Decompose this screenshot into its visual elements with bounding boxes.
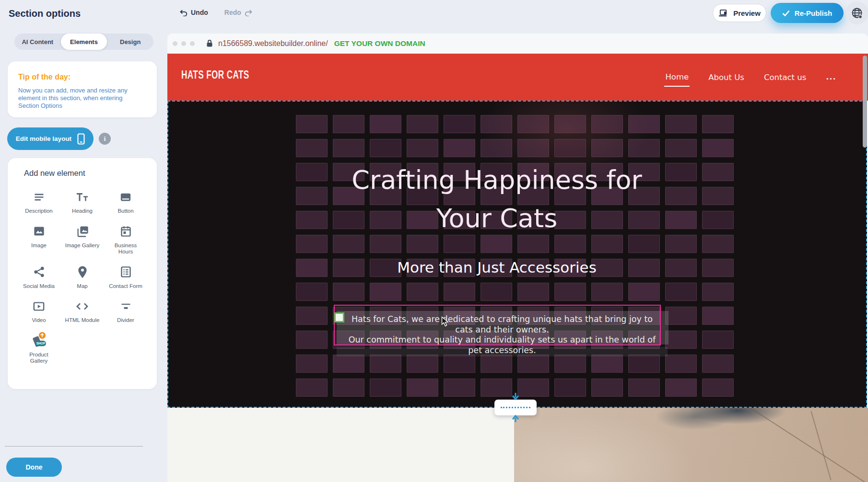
business-hours-icon: [119, 223, 132, 240]
tab-design[interactable]: Design: [107, 34, 153, 50]
redo-icon: [245, 9, 253, 16]
element-description[interactable]: Description: [17, 188, 60, 215]
hero-tile: [444, 139, 475, 157]
redo-label: Redo: [224, 9, 241, 16]
undo-button[interactable]: Undo: [179, 9, 208, 16]
next-section-blank[interactable]: [167, 408, 514, 482]
element-heading[interactable]: Heading: [61, 188, 104, 215]
hero-tile: [665, 307, 697, 325]
hero-tile: [554, 283, 586, 301]
element-divider[interactable]: Divider: [104, 298, 147, 324]
hero-tile: [444, 379, 475, 397]
hero-heading-line1: Crafting Happiness for: [327, 161, 667, 199]
hero-tile: [665, 355, 697, 373]
preview-button[interactable]: Preview: [713, 4, 766, 22]
hero-heading[interactable]: Crafting Happiness for Your Cats: [327, 161, 667, 238]
hero-subheading[interactable]: More than Just Accessories: [327, 259, 667, 276]
globe-icon: [851, 7, 863, 19]
hero-tile: [444, 355, 475, 373]
tab-ai-content[interactable]: AI Content: [14, 34, 61, 50]
element-map[interactable]: Map: [61, 264, 104, 290]
arrow-up-icon: [509, 415, 522, 422]
hero-tile: [591, 115, 623, 133]
hero-tile: [370, 139, 401, 157]
hero-tile: [665, 331, 697, 349]
hero-tile: [665, 211, 697, 229]
check-icon: [782, 10, 790, 16]
hero-tile: [370, 379, 401, 397]
hero-tile: [407, 139, 438, 157]
sidebar-divider: [5, 446, 143, 447]
hero-tile: [702, 187, 734, 205]
site-nav: Home About Us Contact us ...: [664, 54, 837, 101]
hero-section[interactable]: Crafting Happiness for Your Cats More th…: [167, 101, 867, 408]
element-button[interactable]: Button: [104, 188, 147, 215]
hero-tile: [591, 355, 623, 373]
description-icon: [33, 188, 46, 206]
svg-text:SHOP: SHOP: [36, 342, 46, 345]
hero-tile: [481, 283, 512, 301]
app-root: Section options Undo Redo Preview Re-Pub…: [0, 0, 868, 482]
hero-tile: [517, 283, 549, 301]
hero-tile: [370, 283, 401, 301]
hero-tile: [517, 139, 549, 157]
image-icon: [33, 223, 46, 240]
done-button[interactable]: Done: [6, 458, 62, 477]
hero-tile: [554, 115, 586, 133]
hero-tile: [702, 355, 734, 373]
nav-contact-us[interactable]: Contact us: [763, 69, 808, 86]
element-image[interactable]: Image: [17, 223, 60, 255]
republish-button[interactable]: Re-Publish: [771, 3, 844, 23]
hero-tile: [702, 283, 734, 301]
nav-about-us[interactable]: About Us: [707, 69, 745, 86]
preview-label: Preview: [733, 9, 761, 17]
pavement-crack: [810, 411, 831, 481]
hero-tile: [444, 283, 475, 301]
element-image-gallery[interactable]: Image Gallery: [61, 223, 104, 255]
language-globe-button[interactable]: [845, 1, 868, 24]
hero-tile: [333, 283, 364, 301]
element-social-media[interactable]: Social Media: [17, 264, 60, 290]
hero-tile: [702, 115, 734, 133]
video-icon: [32, 298, 46, 315]
element-business-hours[interactable]: Business Hours: [104, 223, 147, 255]
element-contact-form[interactable]: Contact Form: [104, 264, 147, 290]
hero-tile: [481, 355, 512, 373]
tab-elements[interactable]: Elements: [61, 34, 107, 50]
page-title: Section options: [9, 8, 81, 19]
get-domain-link[interactable]: GET YOUR OWN DOMAIN: [334, 39, 425, 48]
section-resize-handle[interactable]: [494, 400, 537, 415]
site-url: n1566589.websitebuilder.online/: [218, 39, 328, 48]
code-icon: [75, 298, 89, 315]
next-section-photo[interactable]: [514, 408, 868, 482]
selection-outline[interactable]: [334, 305, 661, 345]
hero-tile: [296, 283, 328, 301]
hero-tile: [665, 139, 697, 157]
nav-home[interactable]: Home: [664, 68, 690, 87]
laptop-icon: [718, 9, 729, 17]
browser-chrome: n1566589.websitebuilder.online/ GET YOUR…: [167, 34, 868, 54]
nav-more[interactable]: ...: [825, 69, 837, 86]
info-icon[interactable]: i: [99, 133, 111, 145]
site-header[interactable]: HATS FOR CATS Home About Us Contact us .…: [167, 54, 868, 101]
hero-tile: [554, 355, 586, 373]
element-html-module[interactable]: HTML Module: [61, 298, 104, 324]
hero-tile: [702, 139, 734, 157]
element-product-gallery[interactable]: SHOP Product Gallery: [17, 332, 60, 365]
canvas-scrollbar-thumb[interactable]: [863, 56, 867, 148]
selection-drag-handle[interactable]: [334, 312, 344, 322]
hero-tile: [333, 355, 364, 373]
edit-mobile-layout-button[interactable]: Edit mobile layout: [7, 127, 94, 150]
element-video[interactable]: Video: [17, 298, 60, 324]
map-pin-icon: [76, 264, 89, 281]
button-icon: [119, 188, 132, 206]
hero-tile: [333, 115, 364, 133]
hero-tile: [296, 187, 328, 205]
hero-heading-line2: Your Cats: [327, 199, 667, 238]
hero-tile: [591, 379, 623, 397]
history-controls: Undo Redo: [179, 0, 253, 25]
redo-button[interactable]: Redo: [224, 9, 253, 16]
site-logo[interactable]: HATS FOR CATS: [181, 68, 249, 81]
hero-tile: [517, 115, 549, 133]
hero-tile: [554, 379, 586, 397]
